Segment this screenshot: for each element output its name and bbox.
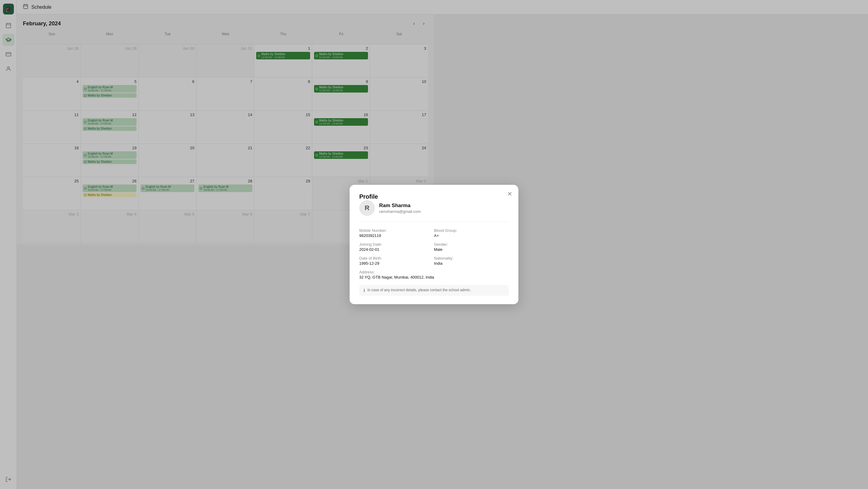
profile-email: ramsharma@gmail.com: [379, 209, 421, 214]
modal-overlay[interactable]: Profile ✕ R Ram Sharma ramsharma@gmail.c…: [0, 0, 434, 245]
profile-modal: Profile ✕ R Ram Sharma ramsharma@gmail.c…: [350, 185, 434, 245]
mobile-value: 9820392119: [359, 233, 434, 238]
modal-title: Profile: [359, 193, 378, 200]
mobile-field: Mobile Number: 9820392119: [359, 228, 434, 238]
profile-header: R Ram Sharma ramsharma@gmail.com: [359, 200, 434, 222]
profile-fields: Mobile Number: 9820392119 Blood Group: A…: [359, 228, 434, 245]
joining-date-field: Joining Date: 2024-02-01: [359, 242, 434, 245]
avatar: R: [359, 200, 375, 216]
profile-info: Ram Sharma ramsharma@gmail.com: [379, 203, 421, 214]
profile-name: Ram Sharma: [379, 203, 421, 209]
joining-label: Joining Date:: [359, 242, 434, 245]
mobile-label: Mobile Number:: [359, 228, 434, 233]
